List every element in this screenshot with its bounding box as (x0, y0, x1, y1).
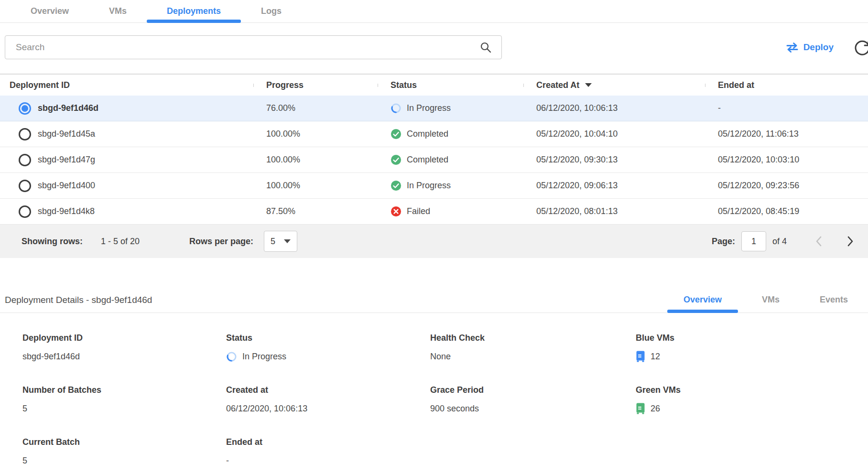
deployment-id-value: sbgd-9ef1d46d (38, 103, 98, 113)
rows-per-page-select[interactable]: 5 (264, 231, 297, 252)
progress-value: 100.00% (253, 155, 378, 165)
column-header-progress[interactable]: Progress (253, 80, 378, 90)
table-pagination-footer: Showing rows: 1 - 5 of 20 Rows per page:… (0, 225, 868, 258)
column-header-status[interactable]: Status (378, 80, 523, 90)
status-label: Completed (407, 129, 448, 139)
details-tab-events[interactable]: Events (800, 288, 868, 312)
blue-vm-server-icon (636, 351, 645, 362)
status-label: In Progress (407, 103, 451, 113)
refresh-icon[interactable] (854, 40, 868, 57)
tab-deployments[interactable]: Deployments (147, 0, 241, 22)
field-created-at: Created at 06/12/2020, 10:06:13 (226, 385, 430, 415)
top-tab-bar: Overview VMs Deployments Logs (0, 0, 868, 23)
created-at-value: 06/12/2020, 10:06:13 (523, 103, 705, 113)
created-at-value: 05/12/2020, 10:04:10 (523, 129, 705, 139)
details-header: Deployment Details - sbgd-9ef1d46d Overv… (0, 288, 868, 313)
progress-value: 76.00% (253, 103, 378, 113)
page-label: Page: (712, 237, 735, 247)
column-header-deployment-id[interactable]: Deployment ID (0, 80, 253, 90)
showing-rows-label: Showing rows: (22, 237, 83, 247)
status-label: In Progress (407, 181, 451, 191)
table-row[interactable]: sbgd-9ef1d45a 100.00% Completed 05/12/20… (0, 121, 868, 147)
completed-check-icon (391, 129, 401, 140)
previous-page-button[interactable] (814, 235, 824, 248)
progress-value: 87.50% (253, 206, 378, 216)
created-at-value: 05/12/2020, 09:30:13 (523, 155, 705, 165)
field-deployment-id: Deployment ID sbgd-9ef1d46d (22, 333, 226, 363)
tab-vms[interactable]: VMs (89, 0, 147, 22)
chevron-right-icon (845, 235, 856, 248)
ended-at-value: - (705, 103, 868, 113)
page-number-input[interactable] (741, 231, 766, 251)
deploy-button[interactable]: Deploy (786, 42, 834, 53)
deploy-swap-arrows-icon (786, 42, 799, 53)
rows-per-page-label: Rows per page: (189, 237, 253, 247)
ended-at-value: 05/12/2020, 09:23:56 (705, 181, 868, 191)
deployment-id-value: sbgd-9ef1d45a (38, 129, 95, 139)
details-tab-overview[interactable]: Overview (663, 288, 742, 312)
sort-descending-icon (585, 83, 592, 87)
ended-at-value: 05/12/2020, 10:03:10 (705, 155, 868, 165)
toolbar: Deploy (5, 35, 863, 59)
failed-x-icon (391, 206, 401, 217)
column-header-ended-at[interactable]: Ended at (705, 80, 868, 90)
ended-at-value: 05/12/2020, 08:45:19 (705, 206, 868, 216)
created-at-value: 05/12/2020, 08:01:13 (523, 206, 705, 216)
row-radio[interactable] (19, 154, 31, 166)
details-tab-vms[interactable]: VMs (742, 288, 800, 312)
tab-logs[interactable]: Logs (241, 0, 302, 22)
chevron-left-icon (814, 235, 824, 248)
chevron-down-icon (284, 239, 291, 243)
green-vm-server-icon (636, 403, 645, 414)
rows-per-page-value: 5 (271, 237, 275, 247)
deploy-button-label: Deploy (803, 42, 834, 53)
field-grace-period: Grace Period 900 seconds (430, 385, 636, 415)
showing-rows-value: 1 - 5 of 20 (101, 237, 140, 247)
row-radio[interactable] (19, 128, 31, 140)
column-header-created-at[interactable]: Created At (523, 80, 705, 90)
details-title: Deployment Details - sbgd-9ef1d46d (5, 295, 152, 305)
table-row[interactable]: sbgd-9ef1d400 100.00% In Progress 05/12/… (0, 173, 868, 199)
field-blue-vms: Blue VMs 12 (636, 333, 868, 363)
row-radio-selected[interactable] (19, 102, 31, 115)
field-health-check: Health Check None (430, 333, 636, 363)
next-page-button[interactable] (845, 235, 856, 248)
search-icon (480, 42, 491, 53)
ended-at-value: 05/12/2020, 11:06:13 (705, 129, 868, 139)
deployment-id-value: sbgd-9ef1d47g (38, 155, 95, 165)
page-total: of 4 (772, 237, 787, 247)
deployment-id-value: sbgd-9ef1d4k8 (38, 206, 95, 216)
in-progress-spinner-icon (226, 351, 237, 362)
status-label: Failed (407, 206, 430, 216)
field-status: Status In Progress (226, 333, 430, 363)
green-vms-count: 26 (651, 404, 660, 414)
completed-check-icon (391, 180, 401, 191)
tab-overview[interactable]: Overview (11, 0, 89, 22)
deployments-screen: Overview VMs Deployments Logs Deploy (0, 0, 868, 474)
search-input[interactable] (5, 35, 502, 59)
table-row[interactable]: sbgd-9ef1d46d 76.00% In Progress 06/12/2… (0, 96, 868, 121)
search-field-wrap (5, 35, 502, 59)
deployments-table: Deployment ID Progress Status Created At… (0, 74, 868, 258)
status-label: Completed (407, 155, 448, 165)
status-label: In Progress (242, 352, 286, 362)
details-tab-bar: Overview VMs Events (663, 288, 868, 312)
table-row[interactable]: sbgd-9ef1d47g 100.00% Completed 05/12/20… (0, 147, 868, 173)
table-header: Deployment ID Progress Status Created At… (0, 74, 868, 96)
completed-check-icon (391, 154, 401, 165)
field-ended-at: Ended at - (226, 437, 430, 467)
in-progress-spinner-icon (391, 103, 401, 114)
field-number-of-batches: Number of Batches 5 (22, 385, 226, 415)
progress-value: 100.00% (253, 129, 378, 139)
table-row[interactable]: sbgd-9ef1d4k8 87.50% Failed 05/12/2020, … (0, 199, 868, 225)
progress-value: 100.00% (253, 181, 378, 191)
field-green-vms: Green VMs 26 (636, 385, 868, 415)
blue-vms-count: 12 (651, 352, 660, 362)
deployment-id-value: sbgd-9ef1d400 (38, 181, 95, 191)
created-at-value: 05/12/2020, 09:06:13 (523, 181, 705, 191)
details-grid: Deployment ID sbgd-9ef1d46d Status In Pr… (22, 333, 868, 474)
row-radio[interactable] (19, 205, 31, 218)
page-controls: Page: of 4 (712, 231, 856, 251)
row-radio[interactable] (19, 180, 31, 192)
field-current-batch: Current Batch 5 (22, 437, 226, 467)
